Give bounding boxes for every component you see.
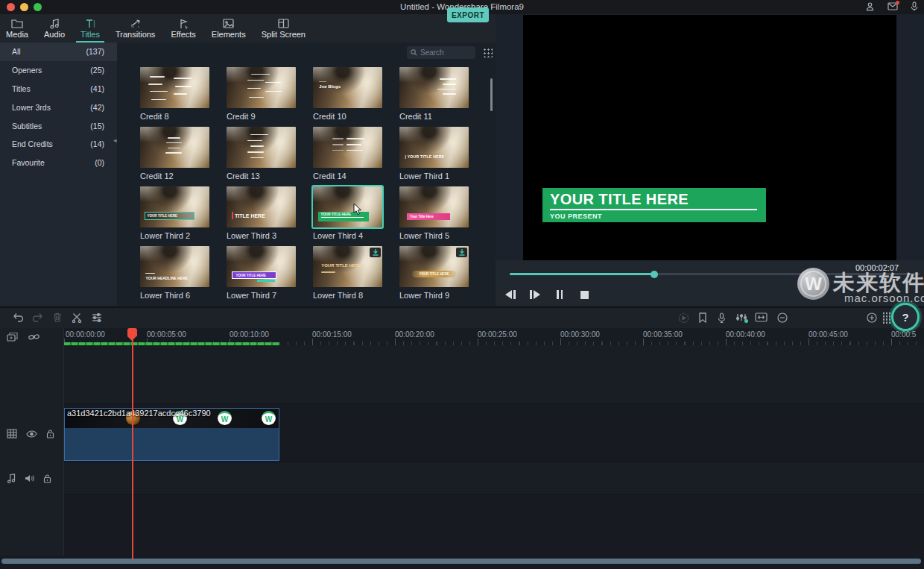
microphone-titlebar-icon[interactable] bbox=[911, 1, 918, 11]
track-lock-icon[interactable] bbox=[43, 474, 51, 483]
tab-effects[interactable]: Effects bbox=[171, 14, 195, 43]
render-progress-bar bbox=[64, 342, 279, 345]
track-visibility-eye-icon[interactable] bbox=[26, 430, 37, 438]
add-track-icon[interactable] bbox=[7, 332, 18, 342]
tab-titles[interactable]: Titles bbox=[80, 14, 100, 43]
zoom-in-button[interactable] bbox=[867, 312, 877, 323]
title-item-lower-third-9[interactable]: YOUR TITLE HERE Lower Third 9 bbox=[399, 246, 469, 300]
title-thumbnail[interactable]: YOUR TITLE HERE bbox=[227, 246, 296, 287]
title-thumbnail[interactable]: Joe Blogs bbox=[313, 67, 382, 108]
title-item-label: Lower Third 4 bbox=[313, 231, 382, 240]
playback-progress-bar[interactable] bbox=[510, 273, 920, 275]
title-item-label: Lower Third 5 bbox=[399, 231, 469, 240]
ruler-label: 00:00:20:00 bbox=[395, 330, 434, 339]
title-thumbnail[interactable]: TITLE HERE bbox=[227, 186, 296, 227]
sidebar-collapse-handle[interactable]: ◂ bbox=[113, 135, 117, 145]
track-lock-icon[interactable] bbox=[46, 429, 54, 438]
preview-video-canvas[interactable]: YOUR TITLE HERE YOU PRESENT bbox=[523, 15, 896, 260]
download-badge[interactable] bbox=[370, 248, 381, 257]
title-item-credit-10[interactable]: Joe Blogs Credit 10 bbox=[313, 67, 382, 121]
title-thumbnail[interactable]: YOUR TITLE HERE bbox=[313, 246, 382, 287]
title-item-lower-third-7[interactable]: YOUR TITLE HERE Lower Third 7 bbox=[227, 246, 296, 300]
overlay-track-row[interactable] bbox=[0, 345, 924, 403]
sidebar-item-favourite[interactable]: Favourite(0) bbox=[0, 154, 117, 172]
progress-handle[interactable] bbox=[651, 271, 658, 278]
credit-line bbox=[250, 145, 265, 147]
tab-audio[interactable]: Audio bbox=[44, 14, 65, 43]
title-item-lower-third-3[interactable]: TITLE HERE Lower Third 3 bbox=[227, 186, 296, 240]
title-item-credit-13[interactable]: Credit 13 bbox=[227, 127, 296, 180]
timeline-video-clip[interactable]: W W W a31d3421c2bd1a439217acdcc46c3790 bbox=[64, 408, 279, 461]
sidebar-item-titles[interactable]: Titles(41) bbox=[0, 80, 117, 98]
link-clips-icon[interactable] bbox=[28, 333, 39, 342]
next-frame-button[interactable] bbox=[529, 289, 541, 300]
render-preview-button[interactable] bbox=[678, 312, 689, 324]
tab-elements[interactable]: Elements bbox=[212, 14, 246, 43]
sidebar-item-openers[interactable]: Openers(25) bbox=[0, 61, 117, 80]
title-item-credit-14[interactable]: Credit 14 bbox=[313, 127, 382, 180]
title-item-lower-third-8[interactable]: YOUR TITLE HERE Lower Third 8 bbox=[313, 246, 382, 300]
messages-icon[interactable] bbox=[887, 2, 898, 10]
sidebar-item-end-credits[interactable]: End Credits(14) bbox=[0, 135, 117, 154]
title-item-credit-9[interactable]: Credit 9 bbox=[227, 67, 296, 121]
title-thumbnail[interactable] bbox=[140, 127, 209, 168]
delete-button[interactable] bbox=[53, 312, 62, 322]
title-thumbnail[interactable]: YOUR HEADLINE HERE bbox=[140, 246, 209, 287]
marker-button[interactable] bbox=[698, 312, 707, 323]
export-button[interactable]: EXPORT bbox=[447, 7, 489, 22]
account-icon[interactable] bbox=[865, 1, 875, 11]
title-thumbnail[interactable] bbox=[399, 67, 469, 108]
download-icon bbox=[459, 249, 465, 256]
help-button[interactable]: ? bbox=[891, 303, 920, 331]
title-thumbnail[interactable]: | YOUR TITLE HERE bbox=[399, 127, 469, 168]
timeline-horizontal-scrollbar[interactable] bbox=[1, 559, 921, 564]
title-thumbnail[interactable] bbox=[227, 127, 296, 168]
title-thumbnail[interactable]: YOUR TITLE HERE bbox=[140, 186, 209, 227]
title-thumbnail[interactable]: Your Title Here bbox=[399, 186, 469, 227]
tab-transitions[interactable]: Transitions bbox=[116, 14, 155, 43]
title-thumbnail-selected[interactable]: YOUR TITLE HERE bbox=[313, 186, 382, 227]
record-voiceover-button[interactable] bbox=[718, 312, 726, 323]
title-thumbnail[interactable] bbox=[140, 67, 209, 108]
playhead-handle[interactable] bbox=[127, 328, 137, 336]
title-item-lower-third-5[interactable]: Your Title Here Lower Third 5 bbox=[399, 186, 469, 240]
fit-timeline-zoom-button[interactable] bbox=[755, 312, 768, 322]
pause-button[interactable] bbox=[554, 289, 566, 300]
lower-third-purple-banner: YOUR TITLE HERE bbox=[232, 271, 276, 279]
previous-frame-button[interactable] bbox=[504, 289, 516, 300]
title-thumbnail[interactable]: YOUR TITLE HERE bbox=[399, 246, 469, 287]
audio-mixer-button[interactable] bbox=[736, 312, 747, 322]
library-scrollbar[interactable] bbox=[490, 78, 493, 111]
track-manager-icon[interactable] bbox=[882, 312, 891, 324]
sidebar-item-all[interactable]: All(137) bbox=[0, 43, 117, 61]
title-item-credit-12[interactable]: Credit 12 bbox=[140, 127, 209, 180]
tab-media[interactable]: Media bbox=[6, 14, 28, 43]
zoom-out-button[interactable] bbox=[777, 312, 788, 323]
title-item-lower-third-1[interactable]: | YOUR TITLE HERE Lower Third 1 bbox=[399, 127, 469, 180]
credit-line bbox=[165, 152, 181, 154]
credit-line bbox=[151, 99, 166, 101]
grid-view-toggle-icon[interactable] bbox=[483, 48, 493, 57]
sidebar-item-lower-3rds[interactable]: Lower 3rds(42) bbox=[0, 98, 117, 116]
audio-track-row[interactable] bbox=[0, 462, 924, 494]
title-item-lower-third-6[interactable]: YOUR HEADLINE HERE Lower Third 6 bbox=[140, 246, 209, 300]
download-badge[interactable] bbox=[456, 248, 467, 257]
tab-split-screen[interactable]: Split Screen bbox=[262, 14, 306, 43]
title-item-credit-11[interactable]: Credit 11 bbox=[399, 67, 469, 121]
redo-button[interactable] bbox=[32, 312, 43, 322]
title-thumbnail[interactable] bbox=[313, 127, 382, 168]
undo-button[interactable] bbox=[13, 312, 24, 322]
advanced-adjust-button[interactable] bbox=[92, 312, 102, 322]
track-mute-speaker-icon[interactable] bbox=[25, 474, 34, 482]
title-item-credit-8[interactable]: Credit 8 bbox=[140, 67, 209, 121]
playhead-line[interactable] bbox=[132, 328, 133, 559]
title-item-lower-third-2[interactable]: YOUR TITLE HERE Lower Third 2 bbox=[140, 186, 209, 240]
split-scissors-button[interactable] bbox=[72, 312, 82, 323]
search-input[interactable]: Search bbox=[407, 46, 475, 59]
stop-button[interactable] bbox=[578, 289, 590, 300]
title-thumbnail[interactable] bbox=[227, 67, 296, 108]
title-item-lower-third-4[interactable]: YOUR TITLE HERE Lower Third 4 bbox=[313, 186, 382, 240]
item-count: (0) bbox=[95, 158, 104, 167]
sidebar-item-subtitles[interactable]: Subtitles(15) bbox=[0, 116, 117, 135]
credit-line bbox=[346, 138, 364, 139]
